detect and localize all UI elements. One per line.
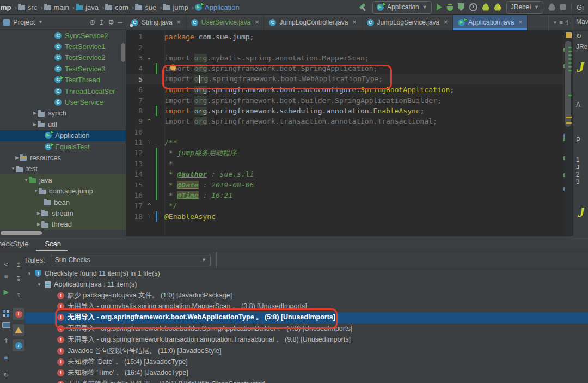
editor-tab-userservice.java[interactable]: UserService.java× bbox=[186, 15, 265, 30]
editor-tab-application.java[interactable]: Application.java× bbox=[453, 15, 528, 30]
code-line-5[interactable]: 5import org.springframework.boot.WebAppl… bbox=[126, 74, 564, 84]
tree-item-testservice3[interactable]: TestService3 bbox=[0, 63, 126, 74]
breadcrumb-item[interactable]: mp bbox=[2, 3, 11, 11]
refresh-icon[interactable]: ↻ bbox=[0, 371, 12, 379]
breadcrumb-item[interactable]: main bbox=[44, 3, 69, 11]
tree-expand-icon[interactable]: ▶ bbox=[32, 111, 38, 115]
code-line-14[interactable]: 14 * @author : sue.s.li bbox=[126, 169, 564, 179]
close-tab-icon[interactable]: × bbox=[518, 19, 522, 26]
tree-expand-icon[interactable]: ▼ bbox=[27, 271, 32, 276]
fold-marker[interactable]: - bbox=[143, 139, 156, 145]
tree-item-threadlocalser[interactable]: ThreadLocalSer bbox=[0, 86, 126, 96]
tree-item-stream[interactable]: ▶stream bbox=[0, 208, 126, 218]
settings-gear-icon[interactable]: ⚙ bbox=[108, 18, 114, 26]
stop-icon[interactable]: ■ bbox=[0, 273, 12, 281]
jrebel-disabled-icon[interactable] bbox=[548, 3, 555, 11]
hide-panel-icon[interactable]: ─ bbox=[118, 18, 122, 26]
jrebel-combo[interactable]: JRebel ▼ bbox=[506, 1, 543, 14]
tree-expand-icon[interactable]: ▼ bbox=[33, 189, 39, 193]
tree-item-testservice1[interactable]: TestService1 bbox=[0, 41, 126, 52]
error-stripe[interactable] bbox=[564, 30, 573, 236]
maven-tab[interactable]: Mav bbox=[576, 18, 588, 26]
tree-expand-icon[interactable]: ▶ bbox=[36, 211, 41, 216]
tree-expand-icon[interactable]: ▶ bbox=[14, 155, 20, 160]
breadcrumb-item[interactable]: src bbox=[18, 3, 37, 11]
editor-tab-string.java[interactable]: String.java× bbox=[126, 15, 186, 30]
code-line-13[interactable]: 13 * bbox=[126, 159, 564, 169]
refresh-icon[interactable]: ↻ bbox=[576, 32, 581, 40]
code-line-7[interactable]: 7import org.springframework.boot.builder… bbox=[126, 95, 564, 105]
editor-tab-jumplogservice.java[interactable]: JumpLogService.java× bbox=[362, 15, 454, 30]
close-tab-icon[interactable]: × bbox=[255, 19, 259, 26]
code-line-2[interactable]: 2 bbox=[126, 42, 564, 52]
checkstyle-item-row[interactable]: 无用导入 - org.springframework.boot.builder.… bbox=[25, 323, 588, 334]
tree-item-syncservice2[interactable]: SyncService2 bbox=[0, 30, 126, 41]
tree-expand-icon[interactable]: ▼ bbox=[10, 166, 16, 171]
filter-info-button[interactable] bbox=[13, 339, 24, 351]
coverage-button[interactable] bbox=[458, 3, 464, 11]
debug-button[interactable] bbox=[447, 4, 453, 11]
tree-expand-icon[interactable]: ▼ bbox=[37, 282, 41, 287]
jrebel-run-button[interactable] bbox=[482, 3, 489, 11]
code-line-3[interactable]: 3-import org.mybatis.spring.annotation.M… bbox=[126, 53, 564, 63]
collapse-all-icon[interactable]: ↥ bbox=[12, 291, 25, 299]
git-widget-fragment[interactable]: Gi bbox=[577, 3, 584, 11]
hide-stripe-icon[interactable]: < bbox=[0, 261, 12, 269]
breadcrumb-item[interactable]: Application bbox=[195, 3, 240, 11]
coverage-grid-icon[interactable] bbox=[0, 307, 12, 314]
close-tab-icon[interactable]: × bbox=[177, 19, 181, 26]
code-line-4[interactable]: 4import org.springframework.boot.SpringA… bbox=[126, 63, 564, 74]
intention-bulb-icon[interactable] bbox=[170, 64, 176, 71]
collapse-all-icon[interactable]: ↥ bbox=[99, 18, 105, 26]
editor-tab-jumplogcontroller.java[interactable]: JumpLogController.java× bbox=[264, 15, 362, 30]
tree-item-testthread[interactable]: TestThread bbox=[0, 75, 126, 86]
tree-vertical-scrollbar[interactable] bbox=[121, 43, 125, 62]
checkstyle-item-row[interactable]: 无用导入 - org.mybatis.spring.annotation.Map… bbox=[25, 301, 588, 312]
checkstyle-item-row[interactable]: 工具类应隐藏 public 构造器。 (19:1) [HideUtilityCl… bbox=[25, 379, 588, 383]
filter-errors-button[interactable] bbox=[13, 308, 24, 320]
tree-expand-icon[interactable]: ▶ bbox=[36, 222, 41, 227]
checkstyle-item-row[interactable]: 未知标签 'Date' 。 (15:4) [JavadocType] bbox=[25, 356, 588, 367]
profiler-button[interactable] bbox=[469, 3, 477, 11]
locate-file-icon[interactable]: ⊕ bbox=[89, 18, 95, 26]
tree-item-userservice[interactable]: UserService bbox=[0, 96, 126, 107]
code-line-1[interactable]: 1package com.sue.jump; bbox=[126, 32, 564, 42]
run-config-combo[interactable]: Application ▼ bbox=[372, 1, 432, 14]
tree-item-equalstest[interactable]: EqualsTest bbox=[0, 141, 126, 152]
monitor-icon[interactable] bbox=[0, 322, 12, 330]
tree-item-synch[interactable]: ▶synch bbox=[0, 108, 126, 119]
run-button[interactable] bbox=[437, 4, 442, 10]
project-panel-title[interactable]: Project bbox=[13, 18, 35, 26]
stop-button[interactable] bbox=[560, 4, 566, 10]
breadcrumb-item[interactable]: jump bbox=[163, 3, 188, 11]
fold-marker[interactable]: ^ bbox=[143, 118, 156, 124]
fold-marker[interactable]: ^ bbox=[143, 203, 156, 209]
list-icon[interactable]: ≡ bbox=[0, 354, 12, 361]
filter-warnings-button[interactable] bbox=[13, 324, 24, 336]
checkstyle-item-row[interactable]: 缺少 package-info.java 文件。 (1:0) [JavadocP… bbox=[25, 290, 588, 301]
expand-all-icon[interactable]: ↧ bbox=[12, 275, 25, 283]
checkstyle-item-row[interactable]: Javadoc 首句应以句号结尾。 (11:0) [JavadocStyle] bbox=[25, 345, 588, 356]
code-line-15[interactable]: 15 * @Date : 2019-08-06 bbox=[126, 179, 564, 190]
checkstyle-item-row[interactable]: 未知标签 'Time' 。 (16:4) [JavadocType] bbox=[25, 368, 588, 379]
code-line-18[interactable]: 18-@EnableAsync bbox=[126, 211, 564, 222]
code-editor[interactable]: 1package com.sue.jump;23-import org.myba… bbox=[126, 30, 564, 236]
tree-item-resources[interactable]: ▶resources bbox=[0, 152, 126, 163]
checkstyle-item-row[interactable]: 无用导入 - org.springframework.boot.WebAppli… bbox=[25, 312, 588, 323]
tree-item-java[interactable]: ▼java bbox=[0, 174, 126, 185]
code-line-9[interactable]: 9^import org.springframework.transaction… bbox=[126, 116, 564, 126]
breadcrumb-item[interactable]: java bbox=[76, 3, 99, 11]
checkstyle-file-row[interactable]: ▼Application.java : 11 item(s) bbox=[25, 279, 588, 290]
close-tab-icon[interactable]: × bbox=[444, 19, 448, 26]
code-line-10[interactable]: 10 bbox=[126, 127, 564, 137]
tree-item-application[interactable]: Application bbox=[0, 130, 126, 141]
export-icon[interactable]: ↥ bbox=[12, 261, 25, 269]
tree-item-test[interactable]: ▼test bbox=[0, 163, 126, 174]
hidden-tabs-dropdown[interactable]: ▼ ≡ 4 bbox=[548, 15, 573, 30]
breadcrumb-item[interactable]: com bbox=[105, 3, 128, 11]
tree-item-util[interactable]: ▶util bbox=[0, 119, 126, 130]
tree-horizontal-scrollbar[interactable] bbox=[1, 231, 42, 235]
editor-scrollbar-thumb[interactable] bbox=[565, 41, 571, 127]
tree-expand-icon[interactable]: ▼ bbox=[23, 178, 29, 183]
tree-item-com.sue.jump[interactable]: ▼com.sue.jump bbox=[0, 185, 126, 196]
